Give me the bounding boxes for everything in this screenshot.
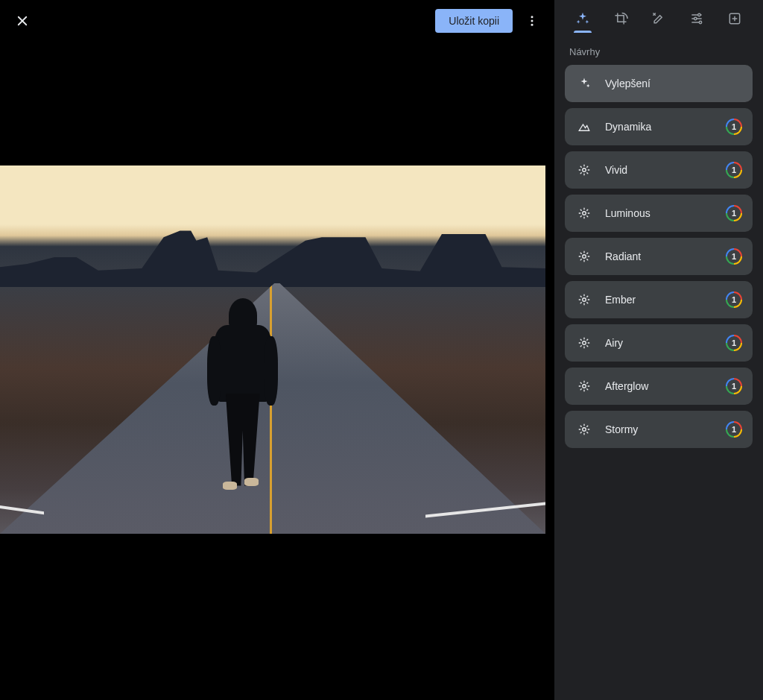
suggestion-card[interactable]: Stormy1 [565, 411, 753, 448]
section-title-suggestions: Návrhy [554, 33, 763, 65]
suggestion-card-list: Vylepšení Dynamika1 Vivid1 Luminous1 Rad… [554, 65, 763, 448]
sliders-icon [689, 11, 704, 26]
suggestion-card[interactable]: Vylepšení [565, 65, 753, 102]
svg-point-12 [583, 385, 586, 388]
sunburst-icon [575, 163, 593, 177]
suggestion-card-label: Ember [605, 294, 726, 306]
google-one-badge: 1 [726, 119, 742, 135]
dynamic-icon [575, 120, 593, 133]
suggestion-card[interactable]: Airy1 [565, 324, 753, 362]
svg-point-1 [531, 20, 534, 22]
suggestion-card-label: Luminous [605, 207, 726, 219]
google-one-badge: 1 [726, 378, 742, 394]
svg-point-13 [583, 428, 586, 432]
svg-point-11 [583, 341, 586, 345]
svg-point-4 [694, 17, 697, 19]
svg-point-3 [698, 13, 700, 16]
svg-point-5 [699, 21, 701, 23]
sunburst-icon [575, 293, 593, 306]
svg-point-10 [583, 298, 586, 302]
suggestion-card[interactable]: Radiant1 [565, 238, 753, 275]
suggestion-card[interactable]: Afterglow1 [565, 368, 753, 405]
svg-point-8 [583, 212, 586, 215]
google-one-badge: 1 [726, 205, 742, 221]
suggestion-card-label: Vylepšení [605, 78, 742, 89]
save-copy-button[interactable]: Uložit kopii [435, 9, 513, 33]
tab-adjust[interactable] [685, 5, 709, 32]
tab-crop[interactable] [609, 5, 633, 32]
tab-suggestions[interactable] [571, 5, 595, 32]
suggestion-card[interactable]: Ember1 [565, 281, 753, 318]
sunburst-icon [575, 379, 593, 393]
tab-tools[interactable] [647, 5, 671, 32]
sunburst-icon [575, 250, 593, 263]
more-vert-icon [525, 14, 539, 28]
google-one-badge: 1 [726, 162, 742, 178]
google-one-badge: 1 [726, 421, 742, 438]
suggestion-card-label: Dynamika [605, 121, 726, 133]
suggestion-card[interactable]: Vivid1 [565, 151, 753, 189]
close-button[interactable] [7, 6, 37, 36]
filters-icon [727, 11, 742, 26]
panel-tabs [554, 0, 763, 33]
suggestion-card-label: Vivid [605, 164, 726, 176]
sunburst-icon [575, 206, 593, 220]
tab-filters[interactable] [723, 5, 747, 32]
close-icon [16, 14, 29, 28]
editor-canvas: Uložit kopii [0, 0, 554, 700]
canvas-topbar: Uložit kopii [0, 0, 554, 42]
sunburst-icon [575, 336, 593, 350]
more-options-button[interactable] [517, 6, 547, 36]
svg-point-2 [531, 24, 534, 26]
svg-point-9 [583, 255, 586, 259]
svg-point-0 [531, 16, 534, 18]
suggestion-card-label: Airy [605, 337, 726, 349]
tools-icon [651, 11, 666, 26]
google-one-badge: 1 [726, 335, 742, 351]
sunburst-icon [575, 423, 593, 436]
photo-preview[interactable] [0, 165, 545, 534]
google-one-badge: 1 [726, 248, 742, 265]
google-one-badge: 1 [726, 291, 742, 308]
sparkle-icon [575, 11, 590, 26]
sparkle-icon [575, 77, 593, 90]
suggestion-card-label: Stormy [605, 423, 726, 435]
suggestion-card-label: Radiant [605, 250, 726, 262]
crop-rotate-icon [613, 11, 628, 26]
suggestion-card-label: Afterglow [605, 380, 726, 392]
suggestion-card[interactable]: Luminous1 [565, 195, 753, 232]
edit-side-panel: Návrhy Vylepšení Dynamika1 Vivid1 Lumino… [554, 0, 763, 700]
suggestion-card[interactable]: Dynamika1 [565, 108, 753, 145]
svg-point-7 [583, 168, 586, 172]
